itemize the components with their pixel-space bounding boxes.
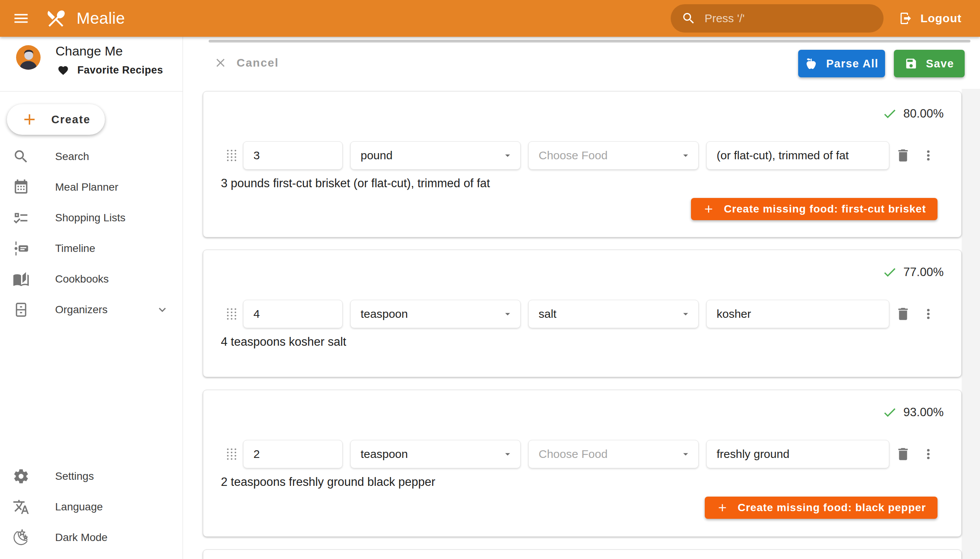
- confidence-value: 93.00%: [904, 405, 944, 419]
- sidebar-item-label: Cookbooks: [55, 273, 109, 285]
- ingredient-inputs-row: pound Choose Food: [225, 141, 936, 170]
- timeline-icon: [13, 240, 30, 257]
- delete-button[interactable]: [895, 303, 911, 325]
- mealie-logo-icon[interactable]: [45, 8, 67, 29]
- save-icon: [905, 57, 917, 70]
- save-label: Save: [926, 58, 954, 70]
- close-icon: [213, 56, 227, 70]
- sidebar-item-meal-planner[interactable]: Meal Planner: [0, 172, 183, 203]
- food-value: salt: [539, 308, 557, 321]
- caret-down-icon: [502, 150, 513, 161]
- ingredient-inputs-row: teaspoon salt: [225, 300, 936, 328]
- moon-stars-icon: [13, 529, 30, 546]
- sidebar-item-label: Meal Planner: [55, 181, 118, 194]
- delete-button[interactable]: [895, 443, 911, 465]
- gear-icon: [13, 468, 30, 485]
- quantity-input[interactable]: [243, 300, 343, 328]
- drag-handle-icon[interactable]: [225, 306, 238, 322]
- app-root: Mealie Logout: [0, 0, 980, 559]
- create-button-label: Create: [51, 113, 90, 126]
- parse-all-label: Parse All: [826, 58, 879, 70]
- caret-down-icon: [680, 150, 691, 161]
- logout-button[interactable]: Logout: [894, 5, 966, 32]
- translate-icon: [13, 498, 30, 515]
- parse-all-button[interactable]: Parse All: [798, 50, 885, 77]
- sidebar-footer-nav: Settings Language Dark Mode: [0, 461, 183, 553]
- search-bar[interactable]: [671, 4, 884, 33]
- food-placeholder: Choose Food: [539, 448, 608, 461]
- drag-handle-icon[interactable]: [225, 147, 238, 164]
- favorite-recipes-label: Favorite Recipes: [77, 64, 163, 76]
- quantity-input[interactable]: [243, 440, 343, 468]
- create-missing-food-label: Create missing food: first-cut brisket: [724, 203, 926, 215]
- check-icon: [882, 405, 897, 420]
- sidebar-item-organizers[interactable]: Organizers: [0, 294, 183, 325]
- sidebar-item-language[interactable]: Language: [0, 491, 183, 522]
- search-icon: [681, 11, 696, 26]
- search-input[interactable]: [704, 12, 880, 25]
- sidebar-item-search[interactable]: Search: [0, 141, 183, 172]
- hamburger-menu-icon[interactable]: [12, 10, 30, 27]
- user-section[interactable]: Change Me Favorite Recipes: [0, 37, 183, 91]
- sidebar-item-label: Shopping Lists: [55, 212, 126, 224]
- confidence-value: 77.00%: [904, 265, 944, 279]
- more-options-button[interactable]: [921, 145, 936, 166]
- create-missing-food-button[interactable]: Create missing food: black pepper: [705, 496, 937, 519]
- note-input[interactable]: [706, 440, 889, 468]
- caret-down-icon: [502, 308, 513, 320]
- unit-value: teaspoon: [360, 308, 408, 321]
- sidebar-item-timeline[interactable]: Timeline: [0, 233, 183, 264]
- sidebar-item-dark-mode[interactable]: Dark Mode: [0, 522, 183, 553]
- quantity-input[interactable]: [243, 141, 343, 170]
- content-top-divider: [209, 40, 970, 43]
- food-select[interactable]: Choose Food: [528, 440, 699, 468]
- more-options-button[interactable]: [921, 303, 936, 325]
- confidence-indicator: 77.00%: [882, 265, 944, 280]
- original-ingredient-text: 2 teaspoons freshly ground black pepper: [221, 475, 435, 489]
- unit-select[interactable]: teaspoon: [350, 440, 521, 468]
- caret-down-icon: [680, 448, 691, 460]
- avatar: [16, 45, 41, 70]
- sidebar: Change Me Favorite Recipes Create Search: [0, 37, 183, 559]
- list-checks-icon: [13, 210, 30, 226]
- sidebar-item-label: Timeline: [55, 242, 95, 255]
- sidebar-item-label: Organizers: [55, 304, 107, 316]
- sidebar-item-cookbooks[interactable]: Cookbooks: [0, 264, 183, 294]
- sidebar-item-settings[interactable]: Settings: [0, 461, 183, 491]
- note-input[interactable]: [706, 141, 889, 170]
- food-select[interactable]: salt: [528, 300, 699, 328]
- app-header: Mealie Logout: [0, 0, 980, 37]
- unit-select[interactable]: pound: [350, 141, 521, 170]
- save-button[interactable]: Save: [894, 50, 965, 77]
- ingredient-card: 93.00% teaspoon Choose Food: [203, 390, 962, 537]
- create-missing-food-label: Create missing food: black pepper: [738, 501, 926, 514]
- unit-select[interactable]: teaspoon: [350, 300, 521, 328]
- delete-button[interactable]: [895, 145, 911, 166]
- create-button[interactable]: Create: [7, 104, 105, 135]
- drag-handle-icon[interactable]: [225, 446, 238, 463]
- plus-icon: [716, 501, 729, 514]
- food-select[interactable]: Choose Food: [528, 141, 699, 170]
- ingredient-card: 77.00% teaspoon salt: [203, 250, 962, 377]
- cancel-button[interactable]: Cancel: [213, 51, 279, 75]
- confidence-indicator: 80.00%: [882, 106, 944, 121]
- more-options-button[interactable]: [921, 443, 936, 465]
- original-ingredient-text: 3 pounds first-cut brisket (or flat-cut)…: [221, 177, 490, 190]
- caret-down-icon: [680, 308, 691, 320]
- note-input[interactable]: [706, 300, 889, 328]
- ingredient-card-partial: [203, 549, 962, 559]
- sidebar-nav: Search Meal Planner Shopping Lists: [0, 141, 183, 325]
- sidebar-item-label: Search: [55, 150, 89, 163]
- check-icon: [882, 265, 897, 280]
- sidebar-divider: [0, 91, 183, 91]
- plus-icon: [21, 111, 38, 128]
- logout-label: Logout: [920, 12, 962, 25]
- plus-icon: [702, 203, 715, 215]
- ingredient-card: 80.00% pound Choose Food: [203, 91, 962, 237]
- sidebar-item-shopping-lists[interactable]: Shopping Lists: [0, 203, 183, 233]
- create-missing-food-button[interactable]: Create missing food: first-cut brisket: [691, 198, 937, 220]
- cabinet-icon: [13, 301, 30, 318]
- ingredient-inputs-row: teaspoon Choose Food: [225, 440, 936, 468]
- unit-value: teaspoon: [360, 448, 408, 461]
- favorite-recipes-link[interactable]: Favorite Recipes: [58, 64, 163, 76]
